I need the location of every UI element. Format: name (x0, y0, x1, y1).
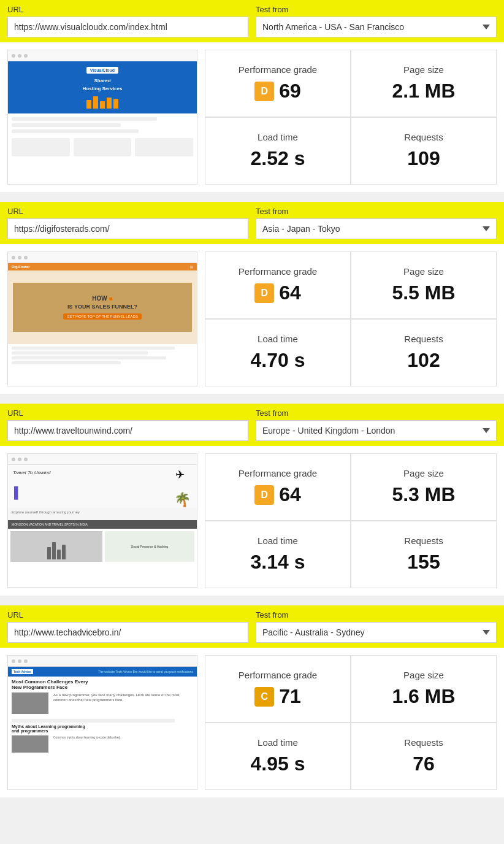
page-size-label: Page size (403, 468, 444, 478)
requests-label: Requests (404, 737, 443, 748)
requests-value: 76 (413, 753, 435, 775)
load-time-cell: Load time 4.70 s (205, 319, 351, 386)
performance-grade-value: 71 (279, 685, 301, 708)
requests-cell: Requests 109 (351, 117, 497, 185)
result-area: Travel To Unwind ✈ 🌴 ▌ Explore yourself … (0, 446, 504, 596)
screenshot-box: Tech Advice The website Tech Advice Bro … (7, 655, 197, 790)
load-time-label: Load time (258, 334, 298, 344)
performance-grade-label: Performance grade (239, 64, 317, 75)
test-block-block4: URL Test from North America - USA - San … (0, 605, 504, 797)
url-label: URL (7, 207, 248, 216)
test-from-select[interactable]: North America - USA - San FranciscoAsia … (256, 420, 497, 441)
test-from-select[interactable]: North America - USA - San FranciscoAsia … (256, 218, 497, 239)
test-from-select[interactable]: North America - USA - San FranciscoAsia … (256, 622, 497, 643)
performance-grade-cell: Performance grade D 69 (205, 50, 351, 117)
test-block-block1: URL Test from North America - USA - San … (0, 0, 504, 192)
test-from-select[interactable]: North America - USA - San FranciscoAsia … (256, 17, 497, 37)
grade-row: D 64 (254, 483, 301, 506)
test-from-section: Test from North America - USA - San Fran… (256, 610, 497, 643)
screenshot-box: DigiFoster ▤ HOW ■ IS YOUR SALES FUNNEL?… (7, 251, 197, 386)
load-time-value: 4.70 s (251, 349, 305, 372)
performance-grade-cell: Performance grade D 64 (205, 453, 351, 521)
page-size-cell: Page size 1.6 MB (351, 655, 497, 723)
page-size-label: Page size (403, 64, 444, 75)
performance-grade-label: Performance grade (239, 670, 317, 680)
url-section: URL (7, 610, 248, 643)
performance-grade-value: 69 (279, 80, 301, 102)
page-size-value: 5.5 MB (392, 282, 455, 304)
grade-row: D 69 (254, 80, 301, 102)
test-block-block2: URL Test from North America - USA - San … (0, 202, 504, 394)
performance-grade-label: Performance grade (239, 468, 317, 478)
url-label: URL (7, 610, 248, 620)
load-time-cell: Load time 2.52 s (205, 117, 351, 185)
test-from-label: Test from (256, 5, 497, 14)
load-time-value: 4.95 s (251, 753, 305, 775)
result-area: Tech Advice The website Tech Advice Bro … (0, 648, 504, 797)
metrics-grid: Performance grade D 69 Page size 2.1 MB … (205, 50, 497, 185)
test-from-section: Test from North America - USA - San Fran… (256, 207, 497, 239)
load-time-cell: Load time 3.14 s (205, 521, 351, 588)
grade-badge: C (254, 687, 274, 707)
performance-grade-cell: Performance grade C 71 (205, 655, 351, 723)
performance-grade-cell: Performance grade D 64 (205, 251, 351, 319)
screenshot-box: Travel To Unwind ✈ 🌴 ▌ Explore yourself … (7, 453, 197, 588)
url-section: URL (7, 5, 248, 37)
performance-grade-value: 64 (279, 483, 301, 506)
test-from-section: Test from North America - USA - San Fran… (256, 409, 497, 441)
requests-label: Requests (404, 535, 443, 546)
page-size-label: Page size (403, 266, 444, 277)
load-time-label: Load time (258, 132, 298, 142)
page-size-cell: Page size 2.1 MB (351, 50, 497, 117)
load-time-label: Load time (258, 535, 298, 546)
url-section: URL (7, 409, 248, 441)
requests-label: Requests (404, 334, 443, 344)
test-from-label: Test from (256, 409, 497, 418)
url-bar: URL Test from North America - USA - San … (0, 404, 504, 446)
requests-label: Requests (404, 132, 443, 142)
requests-value: 155 (407, 551, 440, 574)
grade-badge: D (254, 82, 274, 101)
test-from-label: Test from (256, 207, 497, 216)
test-from-label: Test from (256, 610, 497, 620)
performance-grade-label: Performance grade (239, 266, 317, 277)
page-size-value: 2.1 MB (392, 80, 455, 102)
grade-badge: D (254, 485, 274, 505)
test-block-block3: URL Test from North America - USA - San … (0, 404, 504, 596)
requests-value: 102 (407, 349, 440, 372)
load-time-cell: Load time 4.95 s (205, 723, 351, 790)
url-bar: URL Test from North America - USA - San … (0, 202, 504, 244)
page-size-value: 5.3 MB (392, 483, 455, 506)
url-input[interactable] (7, 420, 248, 441)
page-size-label: Page size (403, 670, 444, 680)
url-input[interactable] (7, 218, 248, 239)
requests-cell: Requests 76 (351, 723, 497, 790)
screenshot-box: VisualCloud Shared Hosting Services (7, 50, 197, 185)
metrics-grid: Performance grade C 71 Page size 1.6 MB … (205, 655, 497, 790)
grade-badge: D (254, 283, 274, 303)
page-size-cell: Page size 5.3 MB (351, 453, 497, 521)
result-area: DigiFoster ▤ HOW ■ IS YOUR SALES FUNNEL?… (0, 244, 504, 394)
url-label: URL (7, 409, 248, 418)
requests-cell: Requests 155 (351, 521, 497, 588)
grade-row: C 71 (254, 685, 301, 708)
metrics-grid: Performance grade D 64 Page size 5.5 MB … (205, 251, 497, 386)
requests-value: 109 (407, 147, 440, 170)
url-input[interactable] (7, 622, 248, 643)
performance-grade-value: 64 (279, 282, 301, 304)
url-input[interactable] (7, 17, 248, 37)
load-time-label: Load time (258, 737, 298, 748)
requests-cell: Requests 102 (351, 319, 497, 386)
url-bar: URL Test from North America - USA - San … (0, 605, 504, 648)
load-time-value: 2.52 s (251, 147, 305, 170)
url-bar: URL Test from North America - USA - San … (0, 0, 504, 42)
metrics-grid: Performance grade D 64 Page size 5.3 MB … (205, 453, 497, 588)
result-area: VisualCloud Shared Hosting Services (0, 42, 504, 192)
grade-row: D 64 (254, 282, 301, 304)
url-label: URL (7, 5, 248, 14)
url-section: URL (7, 207, 248, 239)
test-from-section: Test from North America - USA - San Fran… (256, 5, 497, 37)
page-size-cell: Page size 5.5 MB (351, 251, 497, 319)
page-size-value: 1.6 MB (392, 685, 455, 708)
load-time-value: 3.14 s (251, 551, 305, 574)
